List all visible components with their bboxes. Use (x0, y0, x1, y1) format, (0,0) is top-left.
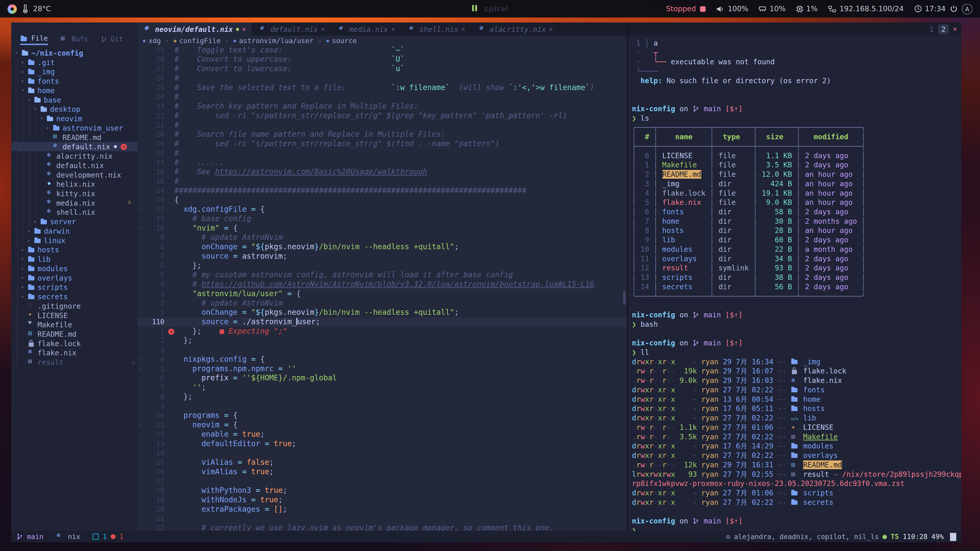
speaker-icon[interactable] (717, 5, 725, 12)
tree-item-.gitignore[interactable]: .gitignore (11, 301, 138, 310)
close-buffer-icon[interactable]: ✕ (549, 25, 553, 32)
diagnostic-error-icon[interactable] (110, 534, 116, 539)
breadcrumb-source[interactable]: ❖source (326, 37, 357, 44)
code-line[interactable]: 29# Toggle text's case: `~` (138, 46, 627, 55)
code-line[interactable]: 18 withPython3 = true; (138, 486, 627, 495)
breadcrumb-xdg[interactable]: ❖xdg (142, 37, 161, 44)
tree-item-linux[interactable]: ▸linux (11, 235, 138, 245)
code-line[interactable]: 21 (138, 514, 627, 524)
stop-icon[interactable] (700, 6, 706, 11)
network-icon[interactable] (828, 5, 836, 12)
code-line[interactable]: ▾12 xdg.configFile = { (138, 205, 627, 214)
code-line[interactable]: ▾3 "astronvim/lua/user" = { (138, 289, 627, 299)
tree-item-astronvim_user[interactable]: ▸astronvim_user (11, 123, 138, 132)
code-line[interactable]: 110 source = ./astronvim_user; (138, 318, 627, 327)
buffer-tab-default.nix[interactable]: default.nix✕ (253, 22, 332, 35)
code-line[interactable]: 23# Search key pattern and Replace in Mu… (138, 102, 627, 111)
code-line[interactable]: 19# sed -ri "s/pattern_str/replace_str/g… (138, 139, 627, 149)
code-line[interactable]: 17# ...... (138, 158, 627, 168)
tree-item-desktop[interactable]: ▾desktop (11, 104, 138, 114)
tree-item-development.nix[interactable]: development.nix (11, 170, 138, 179)
code-line[interactable]: 5 # my cusotom astronvim config, astronv… (138, 270, 627, 280)
code-line[interactable]: ▾13{ (138, 196, 627, 205)
code-line[interactable]: ▾10 programs = { (138, 411, 627, 421)
tree-item-helix.nix[interactable]: helix.nix (11, 179, 138, 189)
code-line[interactable]: 20 extraPackages = []; (138, 505, 627, 514)
pause-icon[interactable] (471, 4, 477, 13)
tabpage-1[interactable]: 1 (926, 24, 937, 34)
code-line[interactable]: 27# Convert to lowercase: `u` (138, 64, 627, 74)
tree-item-_img[interactable]: ▸_img (11, 67, 138, 76)
code-line[interactable]: 7 source = astronvim; (138, 252, 627, 261)
breadcrumb-configFile[interactable]: ❖configFile (173, 37, 221, 44)
code-line[interactable]: 3 (138, 345, 627, 355)
tree-item-kitty.nix[interactable]: kitty.nix (11, 189, 138, 198)
tree-item-fonts[interactable]: ▸fonts (11, 76, 138, 86)
tree-item-~/nix-config[interactable]: ▾~/nix-config (11, 48, 138, 58)
close-buffer-icon[interactable]: ✕ (242, 25, 246, 32)
tree-item-secrets[interactable]: ▸secrets (11, 292, 138, 301)
tree-item-home[interactable]: ▾home (11, 86, 138, 95)
tree-item-default.nix[interactable]: default.nix (11, 160, 138, 170)
code-line[interactable]: 9 (138, 402, 627, 411)
tree-item-shell.nix[interactable]: shell.nix (11, 207, 138, 217)
diagnostic-info-count[interactable]: 1 (103, 533, 107, 541)
code-line[interactable]: 13 defaultEditor = true; (138, 439, 627, 449)
workspace-name[interactable]: spiral (484, 4, 509, 13)
code-line[interactable]: 14 (138, 448, 627, 458)
tree-item-neovim[interactable]: ▾neovim (11, 114, 138, 123)
tree-item-result[interactable]: result○ (11, 357, 138, 367)
power-icon[interactable] (950, 5, 957, 13)
tree-item-LICENSE[interactable]: LICENSE (11, 310, 138, 320)
code-line[interactable]: 8 onChange = "${pkgs.neovim}/bin/nvim --… (138, 242, 627, 252)
code-line[interactable]: 17 (138, 477, 627, 486)
code-line[interactable]: 2 # update AstroNvim (138, 299, 627, 308)
breadcrumb-astronvim/lua/user[interactable]: ❖astronvim/lua/user (233, 37, 313, 44)
close-buffer-icon[interactable]: ✕ (321, 25, 325, 32)
code-line[interactable]: 1✕ }; ■ Expecting ";" (138, 327, 627, 336)
code-line[interactable]: 14######################################… (138, 186, 627, 196)
code-editor[interactable]: 29# Toggle text's case: `~`28# Convert t… (138, 46, 627, 531)
close-icon[interactable]: ✕ (949, 22, 961, 35)
code-line[interactable]: 15 viAlias = false; (138, 458, 627, 467)
close-buffer-icon[interactable]: ✕ (461, 25, 465, 32)
code-line[interactable]: 8 }; (138, 392, 627, 402)
sidebar-tab-Git[interactable]: Git (100, 35, 123, 45)
tree-item-hosts[interactable]: ▸hosts (11, 245, 138, 254)
code-line[interactable]: 19 withNodeJs = true; (138, 495, 627, 505)
sidebar-tab-File[interactable]: File (20, 35, 48, 45)
code-line[interactable]: ▾5 programs.npm.npmrc = '' (138, 364, 627, 374)
code-line[interactable]: ▾10 "nvim" = { (138, 224, 627, 233)
code-line[interactable]: ▾4 nixpkgs.config = { (138, 355, 627, 364)
code-line[interactable]: 11 # base config (138, 214, 627, 224)
code-line[interactable]: ▾11 neovim = { (138, 421, 627, 430)
buffer-tab-shell.nix[interactable]: shell.nix✕ (402, 22, 472, 35)
code-line[interactable]: 28# Convert to uppercase: `U` (138, 55, 627, 65)
tree-item-Makefile[interactable]: Makefile (11, 320, 138, 329)
code-line[interactable]: 6 }; (138, 261, 627, 271)
tree-item-flake.nix[interactable]: flake.nix (11, 348, 138, 357)
code-line[interactable]: 16 vimAlias = true; (138, 467, 627, 477)
code-line[interactable]: 20# Search file name pattern and Replace… (138, 130, 627, 139)
code-line[interactable]: 22# sed -ri "s/pattern_str/replace_str/g… (138, 111, 627, 121)
diagnostic-info-icon[interactable] (93, 534, 99, 540)
code-line[interactable]: 25# Save the selected text to a file: `:… (138, 83, 627, 93)
tree-item-overlays[interactable]: ▸overlays (11, 273, 138, 283)
tree-item-alacritty.nix[interactable]: alacritty.nix (11, 151, 138, 161)
tree-item-scripts[interactable]: ▸scripts (11, 283, 138, 292)
tree-item-base[interactable]: ▾base (11, 95, 138, 104)
code-line[interactable]: 18# (138, 149, 627, 158)
tree-item-server[interactable]: ▸server (11, 217, 138, 226)
code-line[interactable]: 7 ''; (138, 383, 627, 392)
code-line[interactable]: 21# (138, 121, 627, 130)
code-line[interactable]: 6 prefix = ''${HOME}/.npm-global (138, 373, 627, 383)
scrollbar-thumb[interactable] (623, 291, 626, 305)
diagnostic-error-count[interactable]: 1 (119, 533, 124, 541)
keyboard-layout[interactable]: A (962, 3, 973, 14)
code-line[interactable]: 1 onChange = "${pkgs.neovim}/bin/nvim --… (138, 308, 627, 318)
tree-item-default.nix[interactable]: default.nix●✕ (11, 142, 138, 151)
tree-item-flake.lock[interactable]: flake.lock (11, 338, 138, 348)
distro-icon[interactable] (7, 4, 17, 14)
tree-item-media.nix[interactable]: media.nix (11, 198, 138, 207)
code-line[interactable]: 24# (138, 92, 627, 102)
